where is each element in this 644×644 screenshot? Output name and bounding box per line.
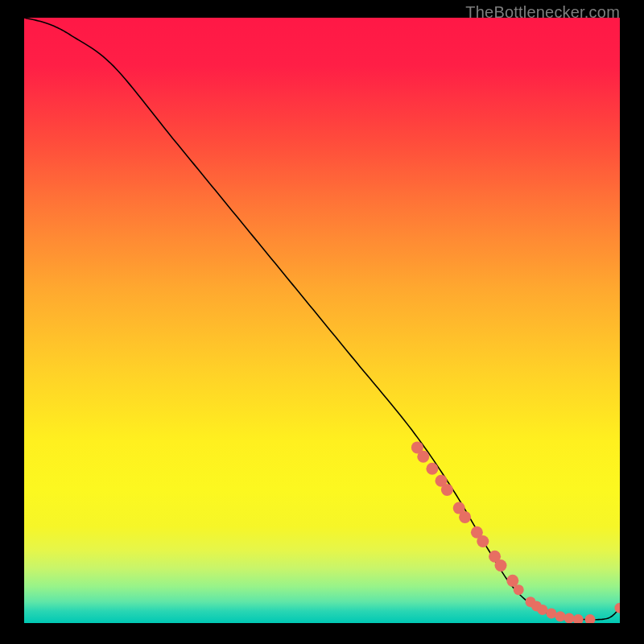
data-marker [585,614,596,623]
chart-area [24,18,620,623]
data-marker [495,559,507,572]
data-marker [426,463,438,475]
data-marker [514,584,524,595]
source-attribution: TheBottlenecker.com [465,3,620,22]
data-marker [564,613,575,623]
data-marker [459,511,471,523]
data-marker [441,484,453,496]
chart-svg [24,18,620,623]
data-marker [537,605,547,615]
data-marker [573,614,584,623]
data-marker [546,608,556,618]
data-marker [477,535,489,547]
bottleneck-curve [24,18,620,620]
data-marker [417,451,429,463]
data-marker [615,603,621,613]
data-markers [411,441,620,623]
data-marker [555,611,566,621]
